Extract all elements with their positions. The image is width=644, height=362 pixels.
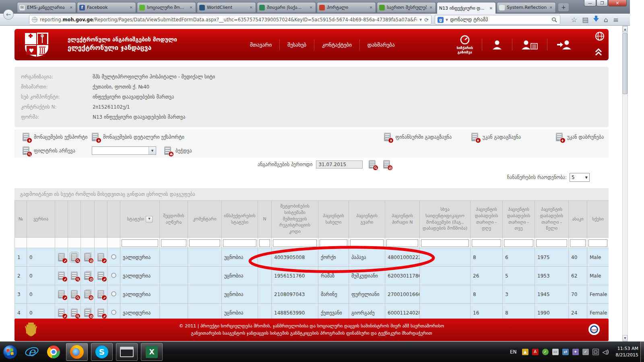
row-radio-button[interactable]: [111, 291, 116, 296]
language-indicator[interactable]: EN: [510, 349, 517, 355]
tab-close-icon[interactable]: ✕: [129, 5, 134, 10]
browser-tab-4[interactable]: WorldClient✕: [197, 2, 256, 12]
search-input[interactable]: დონალდ ტრამპ: [450, 17, 549, 23]
row-sign-button[interactable]: [97, 253, 104, 261]
new-tab-button[interactable]: +: [558, 3, 569, 11]
column-header-18[interactable]: პაციენტის დაბადების თარიღი - თვე: [503, 201, 535, 238]
back-button[interactable]: ←: [3, 9, 14, 20]
filter-input-18[interactable]: [504, 239, 533, 247]
profile-button[interactable]: [482, 39, 512, 51]
row-copy-button[interactable]: [84, 272, 91, 280]
row-view-button[interactable]: [71, 290, 78, 298]
grouping-hint-bar[interactable]: გადმოიტანეთ ის სვეტი რომლის მიხედვითაც გ…: [14, 188, 609, 200]
export-detailed-button[interactable]: მონაცემების დეტალური ექსპორტი: [92, 133, 184, 141]
status-filter-dropdown-icon[interactable]: ▼: [146, 216, 153, 222]
tab-close-icon[interactable]: ✕: [369, 5, 374, 10]
terminal-window-icon[interactable]: [116, 343, 138, 361]
usb-tray-icon[interactable]: ✓: [582, 349, 589, 355]
menu-icon[interactable]: ≡: [613, 16, 619, 24]
records-select-arrow-icon[interactable]: ▼: [585, 176, 588, 179]
filter-input-20[interactable]: [570, 239, 586, 247]
site-nav-item-4[interactable]: დახმარება: [359, 39, 402, 50]
filter-input-13[interactable]: [320, 239, 347, 247]
filter-input-12[interactable]: [273, 239, 317, 247]
speed-test-button[interactable]: სიჩქარისგაზომვა: [448, 35, 482, 54]
filter-input-7[interactable]: [122, 239, 158, 247]
printer-tray-icon[interactable]: ▭: [552, 349, 559, 355]
row-sign-button[interactable]: [97, 309, 104, 317]
send-financial-button[interactable]: ფინანსურში გადაგზავნა: [384, 133, 452, 141]
row-edit-button[interactable]: [58, 272, 65, 280]
row-copy-button[interactable]: [84, 290, 91, 298]
export-button[interactable]: მონაცემების ექსპორტი: [23, 133, 88, 141]
bookmarks-panel-icon[interactable]: ▤: [582, 16, 588, 24]
tab-close-icon[interactable]: ✕: [489, 6, 493, 10]
chrome-icon[interactable]: [44, 343, 63, 361]
row-edit-button[interactable]: [58, 309, 65, 317]
row-view-button[interactable]: [71, 309, 78, 317]
settings-tray-icon[interactable]: ✦: [572, 349, 579, 355]
site-nav-item-3[interactable]: კონტაქტები: [314, 39, 359, 50]
site-nav-item-2[interactable]: შესახებ: [279, 39, 314, 50]
search-engine-dropdown-icon[interactable]: ▼: [446, 18, 448, 22]
pdf-reader-tray-icon[interactable]: A: [532, 349, 539, 355]
column-header-10[interactable]: ინსპექტირების სტატუსი: [222, 201, 258, 238]
filter-input-21[interactable]: [588, 239, 607, 247]
filter-choose-button[interactable]: ფილტრის არჩევა: [23, 146, 75, 155]
network-tray-icon[interactable]: ⇄: [562, 349, 569, 355]
filter-input-17[interactable]: [472, 239, 501, 247]
column-header-21[interactable]: სქესი: [587, 201, 609, 238]
scroll-up-button[interactable]: ▲: [623, 26, 627, 32]
excel-icon[interactable]: X: [141, 343, 163, 361]
tab-close-icon[interactable]: ✕: [309, 5, 314, 10]
filter-input-8[interactable]: [161, 239, 186, 247]
taskbar-clock[interactable]: 11:53 AM 8/21/2015: [616, 346, 638, 358]
minimize-button[interactable]: —: [584, 0, 596, 6]
reload-icon[interactable]: ⟳: [424, 17, 429, 23]
period-search-button[interactable]: [369, 160, 376, 169]
filter-input-15[interactable]: [386, 239, 418, 247]
scroll-down-button[interactable]: ▼: [623, 335, 627, 341]
row-radio-button[interactable]: [111, 254, 116, 259]
row-copy-button[interactable]: [84, 253, 91, 261]
browser-tab-5[interactable]: მთავარი |საქა...✕: [257, 2, 316, 12]
print-button[interactable]: ბეჭდვა: [164, 146, 192, 155]
browser-tab-1[interactable]: ✉EMS-კანცელარია✕: [17, 2, 76, 12]
url-bar[interactable]: reporting.moh.gov.ge/Reporting/Pages/Dat…: [29, 15, 431, 25]
column-header-12[interactable]: შეტყობინების სისტემაში შემთხვევის რეგისტ…: [272, 201, 318, 238]
send-back-button[interactable]: უკან გადაგზავნა: [471, 133, 521, 141]
firefox-icon[interactable]: [66, 343, 88, 361]
browser-tab-7[interactable]: საერთო შესრულებ...✕: [377, 2, 436, 12]
search-bar[interactable]: g ▼ დონალდ ტრამპ: [435, 15, 560, 25]
url-dropdown-icon[interactable]: ▼: [419, 18, 422, 22]
start-button[interactable]: [1, 343, 19, 361]
row-view-button[interactable]: [71, 253, 78, 261]
filter-select-arrow-icon[interactable]: ▼: [149, 147, 156, 154]
search-engine-icon[interactable]: g: [438, 17, 444, 23]
filter-input-16[interactable]: [421, 239, 469, 247]
row-sign-button[interactable]: [97, 272, 104, 280]
browser-tab-2[interactable]: fFacebook✕: [77, 2, 136, 12]
browser-tab-3[interactable]: სოციალური მო...✕: [137, 2, 196, 12]
vertical-scrollbar[interactable]: ▲ ▼: [622, 26, 628, 341]
logout-button[interactable]: [547, 39, 580, 51]
search-icon[interactable]: [551, 17, 557, 23]
tab-close-icon[interactable]: ✕: [189, 5, 194, 10]
filter-input-19[interactable]: [536, 239, 567, 247]
home-icon[interactable]: ⌂: [604, 16, 608, 24]
column-header-9[interactable]: კომენტარი: [188, 201, 222, 238]
user-list-button[interactable]: [512, 39, 547, 51]
period-clear-button[interactable]: [383, 160, 390, 169]
row-copy-button[interactable]: [84, 309, 91, 317]
row-edit-button[interactable]: [58, 290, 65, 298]
downloads-icon[interactable]: [593, 18, 599, 22]
column-header-17[interactable]: პაციენტის დაბადების თარიღი - დღე: [471, 201, 503, 238]
filter-input-14[interactable]: [350, 239, 384, 247]
volume-tray-icon[interactable]: ◁): [603, 349, 609, 355]
bookmark-star-icon[interactable]: ☆: [571, 16, 577, 24]
language-globe-icon[interactable]: [595, 31, 605, 43]
security-shield-tray-icon[interactable]: ▲: [522, 349, 528, 355]
column-header-13[interactable]: პაციენტის სახელი: [318, 201, 349, 238]
return-back-button[interactable]: უკან დაბრუნება: [556, 133, 604, 141]
row-edit-button[interactable]: [58, 253, 65, 261]
